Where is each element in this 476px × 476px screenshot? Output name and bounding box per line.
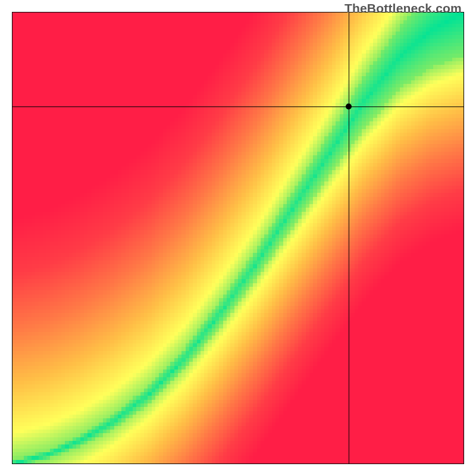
heatmap-canvas	[12, 12, 464, 464]
bottleneck-heatmap-chart: TheBottleneck.com	[0, 0, 476, 476]
watermark-label: TheBottleneck.com	[345, 1, 462, 15]
